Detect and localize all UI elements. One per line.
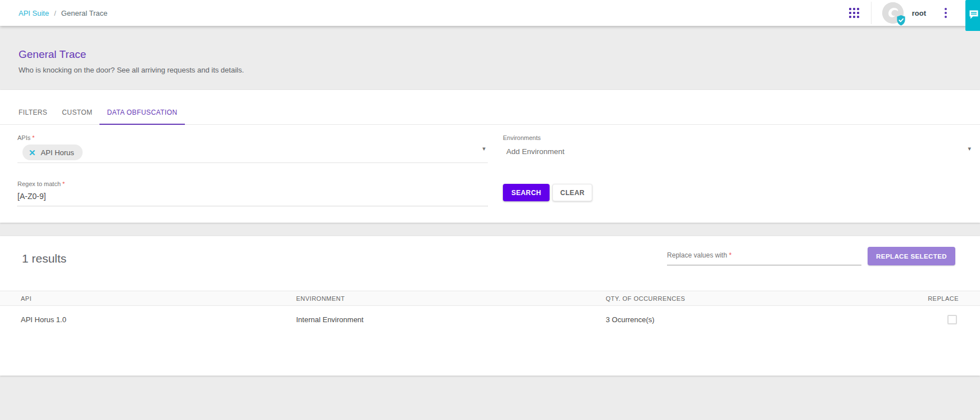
breadcrumb-parent-link[interactable]: API Suite	[19, 9, 49, 17]
breadcrumb-current: General Trace	[61, 9, 107, 17]
obfuscation-form: APIs * ✕ API Horus ▾ Environments Add En…	[17, 132, 973, 206]
page-header: General Trace Who is knocking on the doo…	[0, 26, 980, 90]
tab-filters[interactable]: FILTERS	[11, 109, 55, 124]
column-header-environment: ENVIRONMENT	[296, 295, 606, 302]
topbar-divider	[871, 2, 872, 24]
api-horus-chip[interactable]: ✕ API Horus	[22, 144, 83, 160]
table-header-row: API ENVIRONMENT QTY. OF OCCURRENCES REPL…	[0, 291, 980, 306]
page-subtitle: Who is knocking on the door? See all arr…	[19, 66, 980, 74]
username-label: root	[912, 9, 926, 17]
page-title: General Trace	[19, 48, 980, 61]
replace-controls: Replace values with * REPLACE SELECTED	[667, 247, 955, 265]
environments-placeholder[interactable]: Add Environment	[506, 147, 973, 156]
required-marker: *	[32, 134, 34, 141]
column-header-occurrences: QTY. OF OCCURRENCES	[606, 295, 897, 302]
filters-card: FILTERS CUSTOM DATA OBFUSCATION APIs * ✕…	[0, 90, 980, 223]
environments-label: Environments	[503, 134, 541, 141]
dropdown-caret-icon[interactable]: ▾	[482, 146, 486, 152]
results-card: 1 results Replace values with * REPLACE …	[0, 236, 980, 376]
results-count: 1 results	[22, 252, 66, 265]
replace-checkbox[interactable]	[947, 315, 957, 324]
tab-bar: FILTERS CUSTOM DATA OBFUSCATION	[0, 90, 980, 125]
required-marker: *	[62, 180, 65, 187]
apis-select-field[interactable]: APIs * ✕ API Horus ▾	[17, 132, 488, 163]
regex-label: Regex to match *	[17, 180, 65, 187]
top-bar: API Suite / General Trace root	[0, 0, 980, 26]
regex-input-field[interactable]: Regex to match * [A-Z0-9]	[17, 178, 488, 206]
breadcrumb: API Suite / General Trace	[19, 9, 107, 17]
cell-occurrences: 3 Ocurrence(s)	[606, 315, 897, 324]
avatar[interactable]	[882, 2, 904, 24]
form-actions: SEARCH CLEAR	[503, 184, 973, 206]
column-header-replace: REPLACE	[897, 295, 959, 302]
dropdown-caret-icon[interactable]: ▾	[968, 146, 971, 152]
feedback-chat-icon	[968, 9, 979, 22]
results-toolbar: 1 results Replace values with * REPLACE …	[0, 236, 980, 265]
apis-label: APIs *	[17, 134, 35, 141]
breadcrumb-separator: /	[54, 9, 56, 17]
cell-api: API Horus 1.0	[21, 315, 296, 324]
topbar-actions: root	[849, 2, 949, 24]
tab-data-obfuscation[interactable]: DATA OBFUSCATION	[99, 109, 184, 124]
replace-values-label: Replace values with *	[667, 251, 732, 259]
tab-custom[interactable]: CUSTOM	[55, 109, 99, 124]
required-marker: *	[729, 251, 732, 259]
environments-select-field[interactable]: Environments Add Environment ▾	[503, 132, 973, 163]
clear-button[interactable]: CLEAR	[552, 184, 592, 201]
verified-shield-icon	[896, 15, 906, 26]
regex-value[interactable]: [A-Z0-9]	[17, 192, 488, 201]
replace-values-input[interactable]: Replace values with *	[667, 250, 861, 265]
feedback-tab[interactable]	[965, 0, 980, 31]
apps-grid-icon[interactable]	[849, 8, 859, 18]
section-gap	[0, 223, 980, 236]
replace-selected-button[interactable]: REPLACE SELECTED	[868, 247, 955, 265]
search-button[interactable]: SEARCH	[503, 184, 550, 201]
kebab-menu-icon[interactable]	[942, 6, 949, 20]
cell-environment: Internal Environment	[296, 315, 606, 324]
column-header-api: API	[21, 295, 296, 302]
remove-x-icon[interactable]: ✕	[29, 148, 36, 157]
results-table: API ENVIRONMENT QTY. OF OCCURRENCES REPL…	[0, 291, 980, 333]
chip-label: API Horus	[41, 148, 74, 157]
table-row: API Horus 1.0 Internal Environment 3 Ocu…	[0, 306, 980, 333]
